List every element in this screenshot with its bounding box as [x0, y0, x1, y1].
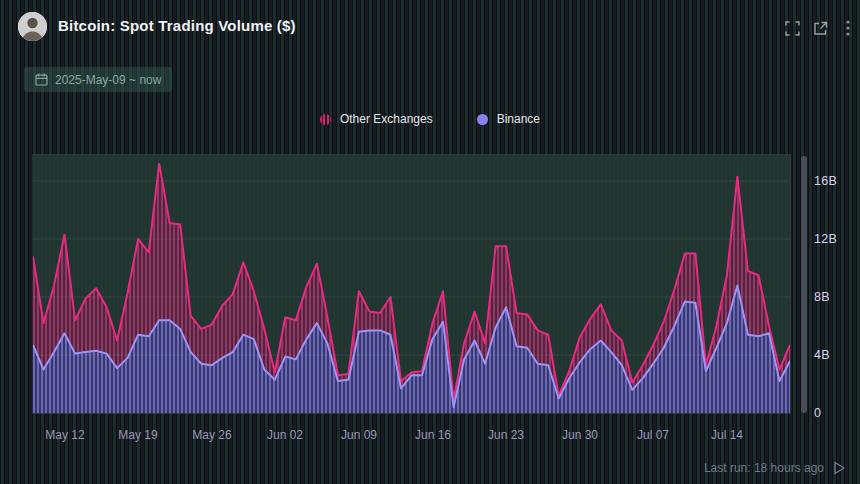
x-axis-label: Jul 14	[711, 428, 743, 442]
legend-label: Binance	[497, 112, 540, 126]
x-axis-label: Jun 09	[341, 428, 377, 442]
chart-scrollbar[interactable]	[801, 156, 807, 413]
person-photo-icon	[18, 12, 47, 41]
play-icon	[835, 463, 844, 474]
x-axis-label: Jun 02	[267, 428, 303, 442]
legend-dot-binance	[477, 114, 488, 125]
x-axis-label: May 19	[118, 428, 157, 442]
y-axis: 04B8B12B16B	[814, 155, 858, 413]
x-axis-label: Jun 16	[415, 428, 451, 442]
more-menu-button[interactable]	[838, 18, 858, 38]
calendar-icon	[35, 73, 48, 86]
date-range-chip[interactable]: 2025-May-09 ~ now	[24, 67, 172, 92]
stacked-area-chart	[33, 155, 790, 413]
last-run-label: Last run: 18 hours ago	[704, 461, 824, 475]
x-axis-label: Jun 23	[488, 428, 524, 442]
avatar[interactable]	[18, 12, 47, 41]
x-axis-label: May 26	[192, 428, 231, 442]
app-header: Bitcoin: Spot Trading Volume ($)	[0, 0, 860, 52]
date-range-label: 2025-May-09 ~ now	[55, 73, 161, 87]
chart-legend: Other Exchanges Binance	[0, 112, 860, 126]
fullscreen-button[interactable]	[782, 18, 802, 38]
y-axis-label: 4B	[814, 348, 830, 362]
legend-item-other-exchanges[interactable]: Other Exchanges	[320, 112, 433, 126]
x-axis-label: Jun 30	[562, 428, 598, 442]
external-link-icon	[813, 21, 828, 36]
legend-label: Other Exchanges	[340, 112, 433, 126]
legend-item-binance[interactable]: Binance	[477, 112, 540, 126]
fullscreen-icon	[785, 21, 800, 36]
x-axis-label: May 12	[45, 428, 84, 442]
page-title: Bitcoin: Spot Trading Volume ($)	[58, 17, 296, 34]
y-axis-label: 16B	[814, 174, 837, 188]
kebab-menu-icon	[846, 20, 850, 36]
y-axis-label: 12B	[814, 232, 837, 246]
y-axis-label: 8B	[814, 290, 830, 304]
open-external-button[interactable]	[810, 18, 830, 38]
y-axis-label: 0	[814, 406, 821, 420]
chart-plot-area[interactable]	[33, 155, 790, 413]
x-axis-label: Jul 07	[637, 428, 669, 442]
legend-dot-other-exchanges	[320, 114, 331, 125]
footer-status: Last run: 18 hours ago	[704, 461, 846, 475]
run-button[interactable]	[833, 461, 846, 475]
x-axis: May 12May 19May 26Jun 02Jun 09Jun 16Jun …	[33, 428, 790, 444]
